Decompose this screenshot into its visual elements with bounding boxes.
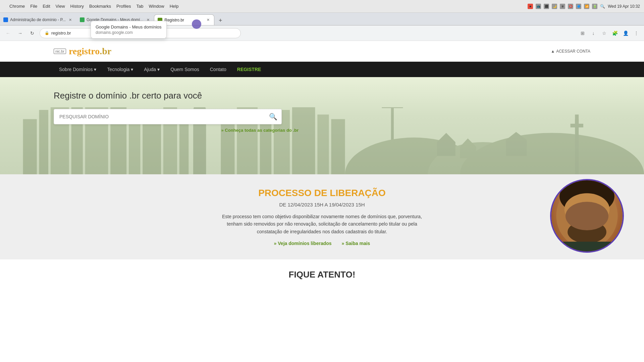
nic-logo: nic.br — [54, 49, 66, 54]
website-content: nic.br registro.br ▲ ACESSAR CONTA Sobre… — [0, 41, 644, 290]
nav-sobre[interactable]: Sobre Domínios ▾ — [54, 62, 102, 77]
svg-rect-18 — [292, 107, 315, 174]
registro-logo: registro.br — [69, 46, 111, 57]
bluetooth-icon: 🔷 — [576, 4, 581, 9]
process-links: » Veja domínios liberados » Saiba mais — [54, 241, 590, 246]
tab-1-favicon — [3, 17, 8, 22]
monitor-icon: 🖥 — [560, 4, 565, 9]
menu-chrome[interactable]: Chrome — [9, 4, 25, 9]
cast-icon: 📺 — [536, 4, 541, 9]
menu-bookmarks[interactable]: Bookmarks — [89, 4, 111, 9]
learn-more-link[interactable]: » Saiba mais — [342, 241, 370, 246]
extension-icon[interactable]: 🧩 — [610, 29, 619, 38]
site-nav: Sobre Domínios ▾ Tecnologia ▾ Ajuda ▾ Qu… — [0, 62, 644, 77]
svg-point-37 — [565, 193, 610, 226]
menubar: Chrome File Edit View History Bookmarks … — [9, 4, 178, 9]
nav-ajuda[interactable]: Ajuda ▾ — [139, 62, 165, 77]
login-label: ACESSAR CONTA — [556, 49, 590, 54]
svg-marker-29 — [460, 138, 476, 147]
domain-search-input[interactable] — [54, 114, 265, 119]
cursor — [192, 19, 201, 29]
lock-icon: 🔒 — [45, 31, 49, 35]
svg-marker-27 — [437, 133, 455, 142]
avatar-face — [551, 180, 623, 251]
svg-point-41 — [568, 221, 606, 243]
battery-icon: 🔋 — [592, 4, 597, 9]
screencast-icon: ⬛ — [544, 4, 549, 9]
download-icon[interactable]: ↓ — [589, 29, 598, 38]
fique-title: FIQUE ATENTO! — [54, 269, 590, 280]
menu-view[interactable]: View — [56, 4, 65, 9]
login-button[interactable]: ▲ ACESSAR CONTA — [551, 49, 590, 54]
moon-icon: 🌙 — [552, 4, 557, 9]
power-icon: ⭕ — [568, 4, 573, 9]
process-section: PROCESSO DE LIBERAÇÃO DE 12/04/2023 15H … — [0, 174, 644, 259]
svg-rect-1 — [39, 110, 48, 174]
tooltip-title: Google Domains - Meus domínios — [96, 24, 162, 29]
svg-rect-13 — [193, 117, 206, 174]
site-logo: nic.br registro.br — [54, 46, 111, 57]
logo-text: registro — [69, 46, 100, 56]
new-tab-button[interactable]: + — [216, 16, 225, 25]
tooltip-url: domains.google.com — [96, 30, 162, 35]
menu-tab[interactable]: Tab — [136, 4, 143, 9]
svg-point-39 — [593, 209, 600, 213]
cast-icon[interactable]: ⊞ — [578, 29, 587, 38]
svg-rect-22 — [382, 107, 403, 108]
menu-history[interactable]: History — [70, 4, 84, 9]
nav-tecnologia[interactable]: Tecnologia ▾ — [102, 62, 139, 77]
tab-1[interactable]: Administração de domínio - P... ✕ — [0, 14, 76, 25]
svg-point-40 — [583, 217, 591, 222]
wifi-icon: 📶 — [584, 4, 589, 9]
tab-tooltip: Google Domains - Meus domínios domains.g… — [91, 21, 167, 39]
categories-link[interactable]: » Conheça todas as categorias do .br — [221, 128, 299, 133]
process-description: Este processo tem como objetivo disponib… — [221, 213, 423, 235]
reload-button[interactable]: ↻ — [28, 28, 37, 38]
fique-section: FIQUE ATENTO! — [0, 259, 644, 290]
profile-icon[interactable]: 👤 — [621, 29, 630, 38]
bookmark-icon[interactable]: ☆ — [600, 29, 608, 38]
more-menu[interactable]: ⋮ — [632, 29, 641, 38]
svg-rect-0 — [23, 119, 37, 174]
nav-registre[interactable]: REGISTRE — [232, 62, 267, 77]
search-icon[interactable]: 🔍 — [600, 4, 605, 9]
menu-window[interactable]: Window — [149, 4, 164, 9]
clock: Wed 19 Apr 10:32 — [608, 4, 640, 9]
tab-1-label: Administração de domínio - P... — [10, 17, 66, 22]
site-header: nic.br registro.br ▲ ACESSAR CONTA — [0, 41, 644, 62]
login-icon: ▲ — [551, 49, 555, 54]
svg-rect-30 — [506, 140, 527, 156]
hero-section: Registre o domínio .br certo para você 🔍… — [0, 77, 644, 174]
process-title: PROCESSO DE LIBERAÇÃO — [54, 188, 590, 198]
presenter-avatar — [550, 179, 624, 253]
search-button[interactable]: 🔍 — [265, 109, 281, 124]
menu-profiles[interactable]: Profiles — [116, 4, 131, 9]
menu-edit[interactable]: Edit — [43, 4, 50, 9]
hero-link: » Conheça todas as categorias do .br — [54, 128, 299, 133]
logo-tld: .br — [100, 46, 111, 56]
svg-rect-19 — [317, 115, 329, 174]
svg-rect-34 — [575, 115, 579, 127]
tab-2-favicon — [80, 17, 85, 22]
titlebar-right: ■ 📺 ⬛ 🌙 🖥 ⭕ 🔷 📶 🔋 🔍 Wed 19 Apr 10:32 — [528, 4, 640, 9]
hero-title: Registre o domínio .br certo para você — [54, 90, 590, 101]
forward-button[interactable]: → — [15, 28, 25, 38]
svg-point-25 — [460, 133, 644, 174]
svg-point-38 — [574, 209, 580, 213]
nav-contato[interactable]: Contato — [205, 62, 232, 77]
record-icon: ■ — [528, 4, 533, 9]
svg-rect-26 — [437, 142, 455, 156]
addressbar-right: ⊞ ↓ ☆ 🧩 👤 ⋮ — [578, 29, 641, 38]
tab-1-close[interactable]: ✕ — [68, 17, 73, 22]
svg-rect-28 — [460, 147, 476, 158]
titlebar: Chrome File Edit View History Bookmarks … — [0, 0, 644, 13]
nav-quem-somos[interactable]: Quem Somos — [165, 62, 205, 77]
tab-3-close[interactable]: ✕ — [205, 17, 211, 23]
menu-help[interactable]: Help — [170, 4, 179, 9]
view-domains-link[interactable]: » Veja domínios liberados — [274, 241, 332, 246]
menu-file[interactable]: File — [30, 4, 37, 9]
svg-rect-20 — [331, 119, 345, 174]
search-box: 🔍 — [54, 109, 282, 124]
back-button[interactable]: ← — [3, 28, 13, 38]
process-date: DE 12/04/2023 15H A 19/04/2023 15H — [54, 202, 590, 207]
